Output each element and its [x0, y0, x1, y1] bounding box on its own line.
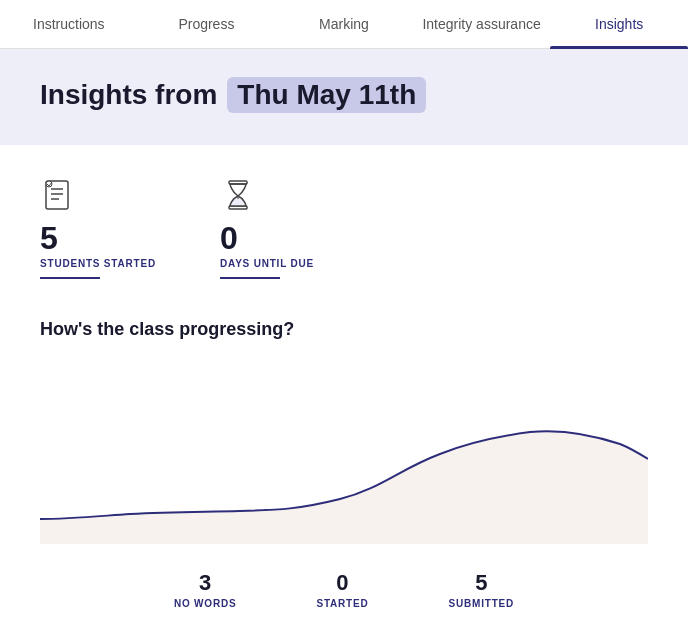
bottom-stat-submitted: 5 SUBMITTED	[449, 570, 515, 609]
chart-title: How's the class progressing?	[40, 319, 648, 340]
stat-days-until-due: 0 DAYS UNTIL DUE	[220, 177, 340, 279]
chart-section: How's the class progressing?	[0, 299, 688, 554]
submitted-label: SUBMITTED	[449, 598, 515, 609]
tab-integrity-assurance[interactable]: Integrity assurance	[413, 0, 551, 48]
tab-marking[interactable]: Marking	[275, 0, 413, 48]
days-until-due-label: DAYS UNTIL DUE	[220, 258, 314, 269]
tab-progress[interactable]: Progress	[138, 0, 276, 48]
nav-tabs: Instructions Progress Marking Integrity …	[0, 0, 688, 49]
students-started-number: 5	[40, 221, 58, 256]
submitted-number: 5	[449, 570, 515, 596]
header-date: Thu May 11th	[227, 77, 426, 113]
no-words-label: NO WORDS	[174, 598, 237, 609]
tab-insights[interactable]: Insights	[550, 0, 688, 48]
chart-container	[40, 364, 648, 544]
bottom-stats: 3 NO WORDS 0 STARTED 5 SUBMITTED	[0, 554, 688, 630]
document-list-icon	[40, 177, 76, 213]
tab-instructions[interactable]: Instructions	[0, 0, 138, 48]
stat-students-started: 5 STUDENTS STARTED	[40, 177, 160, 279]
stats-section: 5 STUDENTS STARTED 0 DAYS UNTIL DUE	[0, 145, 688, 299]
days-until-due-underline	[220, 277, 280, 279]
page-title: Insights from Thu May 11th	[40, 77, 648, 113]
students-started-label: STUDENTS STARTED	[40, 258, 156, 269]
bottom-stat-started: 0 STARTED	[316, 570, 368, 609]
started-number: 0	[316, 570, 368, 596]
started-label: STARTED	[316, 598, 368, 609]
no-words-number: 3	[174, 570, 237, 596]
progress-chart	[40, 364, 648, 544]
days-until-due-number: 0	[220, 221, 238, 256]
header-banner: Insights from Thu May 11th	[0, 49, 688, 145]
header-prefix: Insights from	[40, 79, 217, 111]
students-started-underline	[40, 277, 100, 279]
bottom-stat-no-words: 3 NO WORDS	[174, 570, 237, 609]
hourglass-icon	[220, 177, 256, 213]
